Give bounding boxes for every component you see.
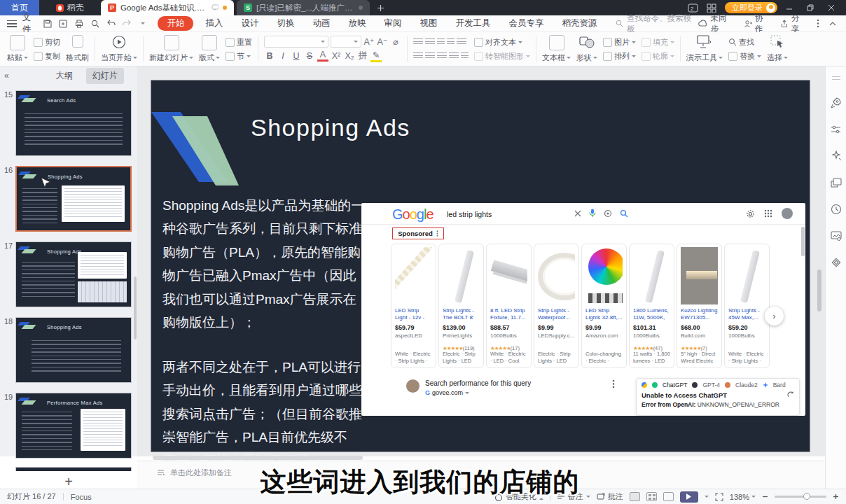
google-screenshot-image[interactable]: Google led strip lights Sponsored (361, 203, 805, 416)
zoom-slider[interactable] (775, 496, 826, 498)
reset-button[interactable]: 重置 (226, 37, 252, 48)
slide-thumbnail-18[interactable]: Shopping Ads (15, 317, 132, 383)
slide-thumbnail-19[interactable]: Performance Max Ads (15, 393, 132, 458)
result-menu-icon[interactable] (612, 379, 615, 388)
product-title[interactable]: Strip Lights - Waterproof... (538, 307, 575, 322)
login-button[interactable]: 立即登录 (725, 2, 777, 13)
align-left-icon[interactable] (413, 52, 423, 60)
command-search[interactable]: 查找命令、搜索模板 (616, 13, 698, 34)
fill-button[interactable]: 填充 (642, 37, 674, 48)
add-slide-button[interactable]: + (0, 474, 137, 490)
font-size-select[interactable] (331, 36, 361, 48)
collapse-ribbon-icon[interactable] (829, 22, 836, 26)
product-title[interactable]: Strip Lights - The BOLT 8' ... (443, 307, 480, 322)
undo-icon[interactable] (105, 18, 117, 29)
increase-indent-icon[interactable] (447, 38, 455, 46)
new-tab-button[interactable] (370, 0, 391, 15)
product-title[interactable]: LED Strip Lights 32.8ft,... (585, 307, 623, 322)
search-submit-icon[interactable] (620, 209, 628, 218)
menu-insert[interactable]: 插入 (199, 16, 229, 31)
menu-animation[interactable]: 动画 (306, 16, 336, 31)
slideshow-play-button[interactable] (680, 491, 698, 503)
format-painter-button[interactable]: 格式刷 (63, 34, 92, 64)
hamburger-menu-icon[interactable] (7, 20, 17, 27)
replace-button[interactable]: 替换 (728, 51, 761, 62)
increase-font-icon[interactable]: A⁺ (363, 36, 375, 47)
product-card[interactable]: Strip Lights - The BOLT 8' ... $139.00 P… (438, 244, 484, 368)
voice-search-icon[interactable] (589, 209, 596, 218)
present-tools-button[interactable]: 演示工具 (684, 34, 726, 64)
workspace-grid-icon[interactable] (707, 4, 716, 13)
split-screen-icon[interactable]: 2 (688, 4, 698, 13)
slide-thumbnail-16-selected[interactable]: Shopping Ads (15, 166, 132, 232)
line-spacing-icon[interactable] (461, 52, 469, 60)
play-from-page-button[interactable]: 当页开始 (98, 34, 140, 64)
find-button[interactable]: 查找 (728, 37, 754, 48)
resource-diamond-icon[interactable] (831, 257, 841, 267)
copy-button[interactable]: 复制 (34, 51, 60, 62)
outline-button[interactable]: 轮廓 (642, 51, 674, 62)
product-title[interactable]: 1800 Lumens, 11W, 5000K, ... (633, 307, 670, 322)
search-query[interactable]: led strip lights (447, 210, 492, 218)
menu-slideshow[interactable]: 放映 (342, 16, 372, 31)
save-icon[interactable] (41, 18, 53, 29)
preview-icon[interactable] (90, 18, 102, 29)
duplicate-slide-icon[interactable] (831, 178, 842, 188)
settings-sliders-icon[interactable] (831, 125, 842, 134)
menu-home[interactable]: 开始 (158, 16, 193, 31)
menu-review[interactable]: 审阅 (377, 16, 408, 31)
product-card[interactable]: 8 ft. LED Strip Fixture, 11.7... $88.57 … (486, 244, 532, 368)
horizontal-scrollbar[interactable] (153, 456, 363, 460)
zoom-slider-knob[interactable] (803, 493, 810, 500)
shapes-button[interactable]: 形状 (574, 34, 600, 64)
textbox-button[interactable]: 文本框 (539, 34, 574, 64)
product-card[interactable]: LED Strip Lights 32.8ft,... $9.99 Amazon… (581, 244, 627, 368)
zoom-level-button[interactable]: 138% (730, 493, 756, 501)
ai-tab-gpt4[interactable]: GPT-4 (702, 382, 720, 388)
more-menu-icon[interactable] (817, 19, 819, 28)
comments-button[interactable]: 批注 (597, 491, 623, 502)
refresh-icon[interactable] (787, 391, 794, 398)
product-card[interactable]: LED Strip Light - 12v - Flexib... $59.79… (391, 244, 436, 368)
text-direction-icon[interactable] (457, 38, 466, 46)
ai-tab-bard[interactable]: Bard (773, 382, 786, 388)
product-title[interactable]: LED Strip Light - 12v - Flexib... (395, 307, 432, 322)
section-button[interactable]: 节 (226, 51, 251, 62)
select-button[interactable]: 选择 (764, 34, 791, 64)
menu-docer-resources[interactable]: 稻壳资源 (555, 16, 603, 31)
product-card[interactable]: Strip Lights - Waterproof... $9.99 LEDSu… (534, 244, 579, 368)
docer-tab[interactable]: 稻壳 (39, 0, 101, 15)
sponsored-menu-icon[interactable] (436, 230, 438, 237)
product-card[interactable]: Strip Lights - 45W Max,... $59.20 1000Bu… (724, 244, 770, 368)
strikethrough-button[interactable]: S (304, 51, 315, 61)
decrease-font-icon[interactable]: A⁻ (377, 36, 388, 47)
google-apps-icon[interactable] (764, 209, 772, 218)
numbered-list-icon[interactable] (425, 38, 435, 46)
ai-tab-chatgpt[interactable]: ChatGPT (663, 382, 687, 388)
sync-status[interactable]: 未同步 (698, 13, 734, 34)
slide-title[interactable]: Shopping Ads (251, 114, 410, 141)
smart-beautify-wand-icon[interactable] (831, 150, 842, 162)
product-title[interactable]: 8 ft. LED Strip Fixture, 11.7... (490, 307, 527, 322)
menu-view[interactable]: 视图 (413, 16, 443, 31)
menu-devtools[interactable]: 开发工具 (449, 16, 497, 31)
bullet-list-icon[interactable] (413, 38, 423, 46)
slide-body-text[interactable]: Shopping Ads是以产品为基础的一种谷歌广告系列，目前只剩下标准购物广告… (162, 194, 366, 472)
normal-view-button[interactable] (630, 492, 640, 501)
settings-gear-icon[interactable] (746, 209, 755, 218)
menu-design[interactable]: 设计 (235, 16, 265, 31)
menu-transition[interactable]: 切换 (270, 16, 300, 31)
fit-to-window-icon[interactable] (715, 493, 723, 501)
subscript-button[interactable]: X₂ (344, 51, 355, 61)
product-title[interactable]: Strip Lights - 45W Max,... (728, 307, 765, 322)
toolbar-options-caret-icon[interactable] (137, 18, 149, 29)
bold-button[interactable]: B (264, 51, 275, 61)
superscript-button[interactable]: X² (331, 51, 342, 61)
product-title[interactable]: Kuzco Lighting EW71305... (681, 307, 718, 322)
lens-search-icon[interactable] (604, 209, 612, 218)
close-button[interactable] (828, 4, 840, 11)
arrange-button[interactable]: 排列 (603, 51, 636, 62)
minimize-button[interactable] (786, 4, 798, 11)
highlight-button[interactable]: ✎ (370, 50, 382, 62)
ai-tab-claude2[interactable]: Claude2 (735, 382, 758, 388)
